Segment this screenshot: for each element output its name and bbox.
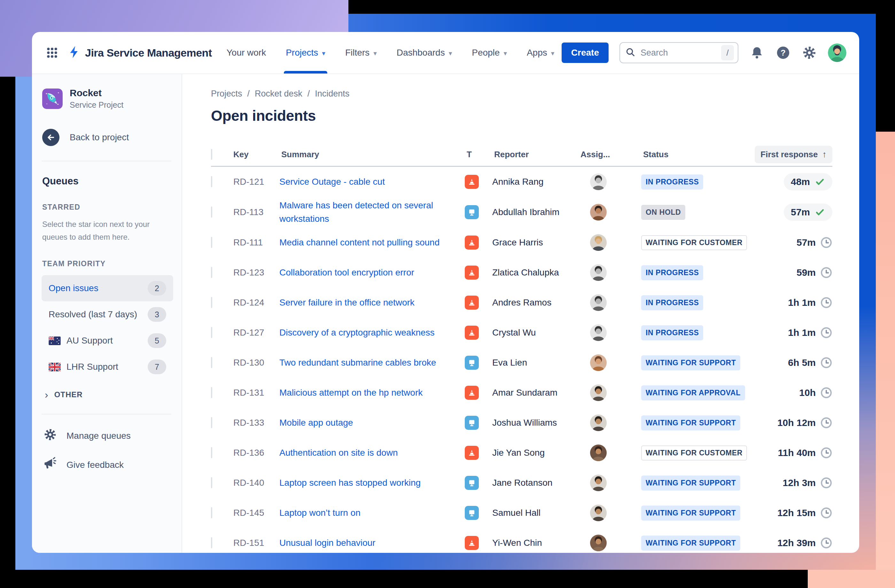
issue-summary-link[interactable]: Malicious attempt on the hp network [279,386,435,399]
breadcrumb-separator: / [308,89,310,99]
user-avatar[interactable] [828,44,846,62]
chevron-down-icon: ▾ [373,50,377,57]
issue-summary-link[interactable]: Laptop won’t turn on [279,506,373,520]
column-header-summary[interactable]: Summary [279,150,465,159]
row-checkbox[interactable] [211,206,212,218]
row-checkbox[interactable] [211,447,212,458]
table-row[interactable]: RD-131 Malicious attempt on the hp netwo… [211,378,832,408]
row-checkbox[interactable] [211,327,212,338]
project-name: Rocket [70,88,123,99]
assignee-avatar [578,324,641,341]
service-request-type-icon [465,476,479,490]
nav-item-filters[interactable]: Filters▾ [345,32,377,74]
gear-icon[interactable] [802,45,817,61]
megaphone-icon [44,457,57,473]
table-row[interactable]: RD-133 Mobile app outage Joshua Williams… [211,408,832,438]
select-all-checkbox[interactable] [211,149,212,160]
breadcrumb-item[interactable]: Projects [211,89,242,99]
create-button[interactable]: Create [561,42,608,63]
issue-summary-link[interactable]: Mobile app outage [279,416,366,429]
issue-summary-link[interactable]: Media channel content not pulling sound [279,236,452,249]
issue-summary-link[interactable]: Collaboration tool encryption error [279,266,427,279]
help-icon[interactable]: ? [775,45,791,61]
row-checkbox[interactable] [211,297,212,308]
chevron-down-icon: ▾ [449,50,452,57]
first-response-cell: 57m [796,236,832,249]
nav-item-people[interactable]: People▾ [472,32,507,74]
app-switcher-icon[interactable] [45,45,59,60]
nav-item-projects[interactable]: Projects▾ [286,32,325,74]
table-row[interactable]: RD-127 Discovery of a cryptographic weak… [211,318,832,348]
sla-clock-icon [820,507,832,519]
service-request-type-icon [465,416,479,430]
manage-queues-button[interactable]: Manage queues [41,428,173,444]
top-navigation-bar: Jira Service Management Your workProject… [32,32,859,74]
column-header-first-response[interactable]: First response ↑ [755,146,832,163]
sidebar-queue-item-au-support[interactable]: AU Support 5 [41,327,173,354]
search-input[interactable] [640,48,708,58]
table-row[interactable]: RD-121 Service Outage - cable cut Annika… [211,167,832,197]
column-header-assignee[interactable]: Assig... [578,150,641,159]
nav-item-dashboards[interactable]: Dashboards▾ [397,32,452,74]
status-badge: IN PROGRESS [641,295,703,310]
reporter-name: Crystal Wu [492,327,578,338]
issue-summary-link[interactable]: Laptop screen has stopped working [279,476,434,489]
row-checkbox[interactable] [211,537,212,549]
row-checkbox[interactable] [211,477,212,488]
table-row[interactable]: RD-140 Laptop screen has stopped working… [211,468,832,498]
issue-summary-link[interactable]: Server failure in the office network [279,296,427,309]
issue-key: RD-133 [231,418,279,428]
issue-summary-link[interactable]: Authentication on site is down [279,446,410,459]
status-badge: WAITING FOR SUPPORT [641,536,740,551]
search-box[interactable]: / [619,42,739,63]
issue-summary-link[interactable]: Service Outage - cable cut [279,175,397,189]
table-row[interactable]: RD-151 Unusual login behaviour Yi-Wen Ch… [211,528,832,553]
table-row[interactable]: RD-111 Media channel content not pulling… [211,227,832,258]
sidebar-queue-item-resolved-last-7-days-[interactable]: Resolved (last 7 days) 3 [41,302,173,327]
breadcrumb-item[interactable]: Incidents [315,89,349,99]
breadcrumb-item[interactable]: Rocket desk [255,89,302,99]
row-checkbox[interactable] [211,176,212,187]
project-rocket-icon [42,88,63,109]
nav-item-your-work[interactable]: Your work [227,32,266,74]
issue-summary-link[interactable]: Unusual login behaviour [279,536,388,550]
first-response-cell: 12h 15m [777,507,832,519]
first-response-cell: 12h 39m [777,537,832,549]
column-header-key[interactable]: Key [231,150,279,159]
row-checkbox[interactable] [211,417,212,428]
column-header-reporter[interactable]: Reporter [492,150,578,159]
other-section-toggle[interactable]: › OTHER [41,390,173,399]
table-row[interactable]: RD-124 Server failure in the office netw… [211,288,832,318]
row-checkbox[interactable] [211,357,212,368]
table-row[interactable]: RD-145 Laptop won’t turn on Samuel Hall … [211,498,832,528]
assignee-avatar [578,444,641,461]
reporter-name: Annika Rang [492,177,578,187]
row-checkbox[interactable] [211,387,212,398]
sidebar-queue-item-lhr-support[interactable]: LHR Support 7 [41,354,173,380]
column-header-type[interactable]: T [465,150,492,159]
sidebar-queue-item-open-issues[interactable]: Open issues 2 [41,275,173,302]
column-header-status[interactable]: Status [641,150,747,159]
give-feedback-button[interactable]: Give feedback [41,457,173,473]
incident-type-icon [465,265,479,280]
incident-type-icon [465,175,479,189]
row-checkbox[interactable] [211,267,212,278]
bell-icon[interactable] [749,45,765,61]
issue-summary-link[interactable]: Two redundant submarine cables broke [279,356,449,370]
row-checkbox[interactable] [211,507,212,518]
search-shortcut-hint: / [721,45,734,61]
chevron-right-icon: › [45,391,49,398]
nav-item-apps[interactable]: Apps▾ [527,32,554,74]
starred-section-label: STARRED [41,203,173,212]
clock-icon [820,267,832,279]
issue-summary-link[interactable]: Discovery of a cryptographic weakness [279,326,448,339]
table-row[interactable]: RD-113 Malware has been detected on seve… [211,197,832,227]
table-row[interactable]: RD-130 Two redundant submarine cables br… [211,348,832,378]
row-checkbox[interactable] [211,237,212,248]
table-row[interactable]: RD-136 Authentication on site is down Ji… [211,438,832,468]
jira-logo[interactable]: Jira Service Management [68,45,212,61]
back-to-project-button[interactable]: Back to project [41,129,173,146]
issue-summary-link[interactable]: Malware has been detected on several wor… [279,199,465,226]
table-row[interactable]: RD-123 Collaboration tool encryption err… [211,258,832,288]
clock-icon [820,327,832,339]
